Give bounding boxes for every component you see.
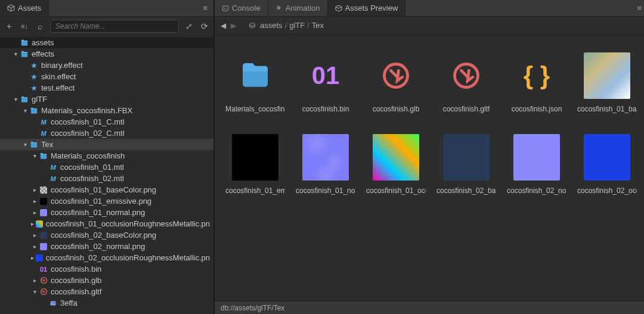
- breadcrumb-path[interactable]: assets/glTF/Tex: [260, 21, 324, 30]
- image-swatch-icon: [39, 186, 48, 194]
- tree-item[interactable]: Mcocosfinish_02_C.mtl: [0, 128, 213, 139]
- caret-icon[interactable]: [21, 141, 29, 148]
- tree-item-label: Materials_cocosfinish: [51, 151, 125, 160]
- assets-tab[interactable]: Assets: [0, 0, 49, 16]
- tree-item[interactable]: cocosfinish_02_baseColor.png: [0, 229, 213, 241]
- caret-icon[interactable]: [12, 96, 19, 103]
- folder-icon: [39, 152, 48, 160]
- forward-button[interactable]: ▶: [231, 21, 236, 30]
- caret-icon[interactable]: [31, 254, 35, 262]
- svg-rect-3: [223, 6, 228, 11]
- breadcrumb-part[interactable]: glTF: [289, 21, 305, 30]
- tree-item-label: cocosfinish_02_normal.png: [51, 242, 145, 251]
- grid-item[interactable]: Materials_cocosfinish: [225, 52, 285, 114]
- add-button[interactable]: +: [4, 21, 14, 31]
- tree-item-label: cocosfinish.glb: [51, 276, 101, 285]
- search-input[interactable]: [55, 22, 174, 30]
- tree-item[interactable]: effects: [0, 48, 213, 60]
- tree-item[interactable]: cocosfinish_01_baseColor.png: [0, 184, 213, 195]
- search-icon[interactable]: ⌕: [35, 21, 45, 31]
- tree-item[interactable]: cocosfinish_01_occlusionRoughnessMetalli…: [0, 218, 213, 229]
- grid-item[interactable]: 01cocosfinish.bin: [296, 52, 355, 114]
- grid-item[interactable]: cocosfinish.glb: [366, 52, 426, 114]
- tree-item[interactable]: Tex: [0, 139, 213, 150]
- breadcrumb-sep: /: [307, 21, 309, 30]
- tree-item-label: cocosfinish_01_baseColor.png: [51, 185, 156, 194]
- breadcrumb-part[interactable]: Tex: [312, 21, 324, 30]
- tree-item[interactable]: Mcocosfinish_01_C.mtl: [0, 116, 213, 128]
- tree-item[interactable]: assets: [0, 37, 213, 48]
- tree-item-label: 3effa: [60, 299, 78, 307]
- refresh-button[interactable]: ⟳: [199, 21, 210, 31]
- expand-button[interactable]: ⤢: [184, 21, 194, 31]
- tree-item[interactable]: test.effect: [0, 82, 213, 94]
- tree-item[interactable]: cocosfinish.gltf: [0, 286, 213, 297]
- grid-area: Materials_cocosfinish01cocosfinish.binco…: [215, 35, 644, 301]
- back-button[interactable]: ◀: [221, 21, 226, 30]
- caret-icon[interactable]: [31, 153, 38, 160]
- material-icon: M: [39, 129, 48, 138]
- tree-item[interactable]: 01cocosfinish.bin: [0, 263, 213, 275]
- caret-icon[interactable]: [31, 232, 38, 239]
- caret-icon[interactable]: [31, 288, 38, 296]
- panel-menu-icon[interactable]: ≡: [631, 4, 644, 13]
- caret-icon[interactable]: [31, 186, 38, 194]
- caret-icon[interactable]: [31, 277, 38, 284]
- tree-item[interactable]: skin.effect: [0, 71, 213, 82]
- grid-item[interactable]: cocosfinish.gltf: [436, 52, 496, 114]
- gltf-icon: [373, 52, 419, 99]
- tree-item[interactable]: cocosfinish.glb: [0, 275, 213, 286]
- caret-icon[interactable]: [31, 209, 38, 216]
- tree-item[interactable]: Mcocosfinish_02.mtl: [0, 173, 213, 184]
- image-thumbnail: [232, 134, 278, 181]
- statusbar: db://assets/glTF/Tex: [215, 301, 644, 314]
- tree-item-label: effects: [32, 49, 54, 58]
- grid-item[interactable]: cocosfinish_02_occlusion…: [577, 134, 637, 195]
- tree-item[interactable]: Mcocosfinish_01.mtl: [0, 161, 213, 173]
- tree-item[interactable]: binary.effect: [0, 60, 213, 71]
- caret-none: [41, 175, 48, 182]
- sort-button[interactable]: ≡↓: [19, 23, 30, 30]
- grid-item[interactable]: { }cocosfinish.json: [507, 52, 566, 114]
- preview-icon: [335, 5, 342, 12]
- panel-menu-icon[interactable]: ≡: [197, 4, 213, 13]
- grid-item-label: cocosfinish.glb: [373, 105, 420, 114]
- grid-item[interactable]: cocosfinish_02_normal.png: [507, 134, 566, 195]
- tab-assets-preview[interactable]: Assets Preview: [328, 0, 406, 16]
- grid-item[interactable]: cocosfinish_01_occlusion…: [366, 134, 426, 195]
- image-thumbnail: [584, 52, 630, 99]
- gltf-icon: [443, 52, 490, 99]
- image-thumbnail: [513, 134, 560, 181]
- grid-item[interactable]: cocosfinish_01_emissive.…: [225, 134, 285, 195]
- grid-item[interactable]: cocosfinish_01_normal.png: [296, 134, 355, 195]
- json-icon: { }: [513, 52, 560, 99]
- caret-icon[interactable]: [12, 51, 19, 58]
- folder-icon: [232, 52, 278, 99]
- breadcrumb-part[interactable]: assets: [260, 21, 283, 30]
- tree-item[interactable]: cocosfinish_02_normal.png: [0, 241, 213, 252]
- grid-item-label: cocosfinish_01_baseColor…: [577, 105, 637, 114]
- grid-item-label: cocosfinish.gltf: [443, 105, 490, 114]
- star-icon: [30, 73, 38, 81]
- tree-item[interactable]: cocosfinish_02_occlusionRoughnessMetalli…: [0, 252, 213, 263]
- tree-item[interactable]: 3effa: [0, 297, 213, 309]
- tree-item[interactable]: Materials_cocosfinish.FBX: [0, 105, 213, 116]
- caret-icon[interactable]: [31, 243, 38, 250]
- assets-toolbar: + ≡↓ ⌕ ⤢ ⟳: [0, 17, 213, 36]
- tab-console[interactable]: Console: [215, 0, 268, 16]
- grid-item[interactable]: cocosfinish_01_baseColor…: [577, 52, 637, 114]
- tab-animation[interactable]: Animation: [268, 0, 328, 16]
- tree-item[interactable]: cocosfinish_01_emissive.png: [0, 195, 213, 207]
- caret-icon[interactable]: [31, 220, 35, 228]
- tree-item-label: Tex: [41, 140, 53, 149]
- tab-label: Console: [232, 4, 261, 13]
- tree-item[interactable]: cocosfinish_01_normal.png: [0, 207, 213, 218]
- caret-icon[interactable]: [21, 107, 29, 114]
- cube-icon: [7, 4, 15, 12]
- image-thumbnail: [373, 134, 419, 181]
- tree-item[interactable]: glTF: [0, 94, 213, 105]
- tree-item[interactable]: Materials_cocosfinish: [0, 150, 213, 161]
- image-swatch-icon: [39, 209, 48, 217]
- grid-item[interactable]: cocosfinish_02_baseColo…: [436, 134, 496, 195]
- caret-icon[interactable]: [31, 198, 38, 205]
